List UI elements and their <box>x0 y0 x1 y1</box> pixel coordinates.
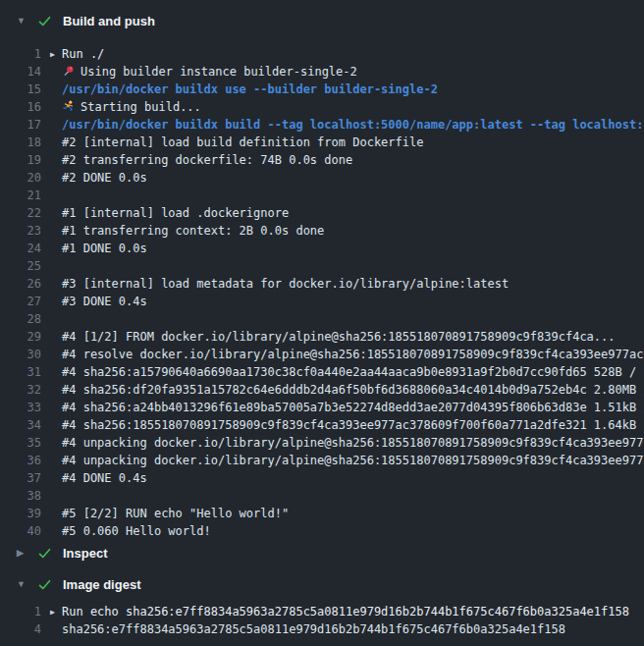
line-number[interactable]: 38 <box>0 487 41 505</box>
command-log-text: /usr/bin/docker buildx use --builder bui… <box>62 81 438 98</box>
log-line: 40#5 0.060 Hello world! <box>0 522 644 540</box>
section-title: Inspect <box>63 546 108 561</box>
play-icon[interactable]: ▶ <box>50 604 60 621</box>
line-number[interactable]: 1 <box>0 603 41 620</box>
log-text-content: /usr/bin/docker buildx use --builder bui… <box>62 82 438 96</box>
check-icon <box>37 546 63 561</box>
line-number[interactable]: 30 <box>0 346 41 363</box>
log-line: 33#4 sha256:a24bb4013296f61e89ba57005a7b… <box>0 399 644 416</box>
log-text: Using builder instance builder-single-2 <box>62 63 357 81</box>
log-text-content: #4 sha256:a15790640a6690aa1730c38cf0a440… <box>62 365 644 379</box>
chevron-down-icon[interactable]: ▼ <box>17 17 37 26</box>
log-line: 25 <box>0 257 644 275</box>
log-text-content: #2 [internal] load build definition from… <box>62 135 423 149</box>
log-text: #3 DONE 0.4s <box>62 293 147 310</box>
play-icon[interactable]: ▶ <box>50 46 60 64</box>
log-text-content: #4 DONE 0.4s <box>62 471 147 485</box>
log-line: 27#3 DONE 0.4s <box>0 293 644 310</box>
log-line: 22#1 [internal] load .dockerignore <box>0 204 644 222</box>
line-number[interactable]: 17 <box>0 116 41 134</box>
log-line: 19#2 transferring dockerfile: 74B 0.0s d… <box>0 151 644 169</box>
log-line: 20#2 DONE 0.0s <box>0 169 644 187</box>
log-line: 21 <box>0 187 644 204</box>
line-number[interactable]: 28 <box>0 310 41 328</box>
line-number[interactable]: 20 <box>0 169 41 187</box>
log-section-build-and-push: ▼Build and push1▶Run ./14Using builder i… <box>0 8 644 540</box>
log-text-content: #4 [1/2] FROM docker.io/library/alpine@s… <box>62 330 616 344</box>
log-text: #4 sha256:df20fa9351a15782c64e6dddb2d4a6… <box>62 381 644 399</box>
line-number[interactable]: 21 <box>0 187 41 204</box>
section-title: Build and push <box>63 14 155 28</box>
section-header-inspect[interactable]: ▶Inspect <box>0 540 644 565</box>
log-text-content: #4 unpacking docker.io/library/alpine@sh… <box>62 454 644 467</box>
workflow-log-viewer: ▼Build and push1▶Run ./14Using builder i… <box>0 8 644 638</box>
line-number[interactable]: 33 <box>0 399 41 416</box>
line-number[interactable]: 32 <box>0 381 41 399</box>
line-number[interactable]: 18 <box>0 134 41 151</box>
log-line: 1▶Run echo sha256:e7ff8834a5963a2785c5a0… <box>0 603 644 620</box>
line-number[interactable]: 37 <box>0 469 41 487</box>
log-line: 26#3 [internal] load metadata for docker… <box>0 275 644 293</box>
line-number[interactable]: 31 <box>0 363 41 381</box>
log-text-content: #2 DONE 0.0s <box>62 171 147 185</box>
log-text-content: sha256:e7ff8834a5963a2785c5a0811e979d16b… <box>62 622 565 636</box>
log-text: #2 DONE 0.0s <box>62 169 147 187</box>
chevron-down-icon[interactable]: ▼ <box>17 580 37 589</box>
line-number[interactable]: 27 <box>0 293 41 310</box>
log-text: #2 [internal] load build definition from… <box>62 134 423 151</box>
log-line: 28 <box>0 310 644 328</box>
line-number[interactable]: 39 <box>0 505 41 522</box>
log-text-content: #1 DONE 0.0s <box>62 242 147 255</box>
chevron-right-icon[interactable]: ▶ <box>17 549 37 558</box>
log-text: #5 0.060 Hello world! <box>62 522 211 540</box>
line-number[interactable]: 36 <box>0 452 41 469</box>
log-text: #4 sha256:185518070891758909c9f839cf4ca3… <box>62 416 644 434</box>
log-line: 4sha256:e7ff8834a5963a2785c5a0811e979d16… <box>0 620 644 638</box>
log-text-content: #3 DONE 0.4s <box>62 295 147 308</box>
line-number[interactable]: 24 <box>0 240 41 257</box>
log-text-content: /usr/bin/docker buildx build --tag local… <box>62 118 644 132</box>
log-line: 34#4 sha256:185518070891758909c9f839cf4c… <box>0 416 644 434</box>
log-text-content: #5 [2/2] RUN echo "Hello world!" <box>62 507 289 520</box>
line-number[interactable]: 23 <box>0 222 41 240</box>
log-text: #4 DONE 0.4s <box>62 469 147 487</box>
line-number[interactable]: 22 <box>0 204 41 222</box>
log-line: 17/usr/bin/docker buildx build --tag loc… <box>0 116 644 134</box>
line-number[interactable]: 15 <box>0 81 41 98</box>
log-text: #1 transferring context: 2B 0.0s done <box>62 222 324 240</box>
log-text-content: #4 sha256:a24bb4013296f61e89ba57005a7b3e… <box>62 401 644 414</box>
log-text: Starting build... <box>62 98 201 116</box>
line-number[interactable]: 35 <box>0 434 41 452</box>
log-text: #5 [2/2] RUN echo "Hello world!" <box>62 505 289 522</box>
command-log-text: /usr/bin/docker buildx build --tag local… <box>62 116 644 134</box>
log-text-content: #4 sha256:df20fa9351a15782c64e6dddb2d4a6… <box>62 383 644 397</box>
log-text: #4 unpacking docker.io/library/alpine@sh… <box>62 452 644 469</box>
log-text-content: #2 transferring dockerfile: 74B 0.0s don… <box>62 153 352 167</box>
log-line: 24#1 DONE 0.0s <box>0 240 644 257</box>
line-number[interactable]: 29 <box>0 328 41 346</box>
line-number[interactable]: 25 <box>0 257 41 275</box>
log-text: #4 [1/2] FROM docker.io/library/alpine@s… <box>62 328 616 346</box>
line-number[interactable]: 4 <box>0 620 41 638</box>
line-number[interactable]: 34 <box>0 416 41 434</box>
log-line: 29#4 [1/2] FROM docker.io/library/alpine… <box>0 328 644 346</box>
line-number[interactable]: 26 <box>0 275 41 293</box>
section-header-image-digest[interactable]: ▼Image digest <box>0 571 644 597</box>
line-number[interactable]: 14 <box>0 63 41 81</box>
section-title: Image digest <box>63 577 140 592</box>
line-number[interactable]: 40 <box>0 522 41 540</box>
line-number[interactable]: 1 <box>0 45 41 63</box>
log-line: 30#4 resolve docker.io/library/alpine@sh… <box>0 346 644 363</box>
log-section-inspect: ▶Inspect <box>0 540 644 565</box>
log-line: 18#2 [internal] load build definition fr… <box>0 134 644 151</box>
line-number[interactable]: 19 <box>0 151 41 169</box>
log-line: 16Starting build... <box>0 98 644 116</box>
log-line: 14Using builder instance builder-single-… <box>0 63 644 81</box>
log-text-content: #4 unpacking docker.io/library/alpine@sh… <box>62 436 644 450</box>
log-text-content: #4 sha256:185518070891758909c9f839cf4ca3… <box>62 418 644 432</box>
log-text: ▶Run echo sha256:e7ff8834a5963a2785c5a08… <box>62 603 629 620</box>
section-header-build-and-push[interactable]: ▼Build and push <box>0 8 644 33</box>
log-line: 37#4 DONE 0.4s <box>0 469 644 487</box>
log-section-image-digest: ▼Image digest1▶Run echo sha256:e7ff8834a… <box>0 571 644 638</box>
line-number[interactable]: 16 <box>0 98 41 116</box>
